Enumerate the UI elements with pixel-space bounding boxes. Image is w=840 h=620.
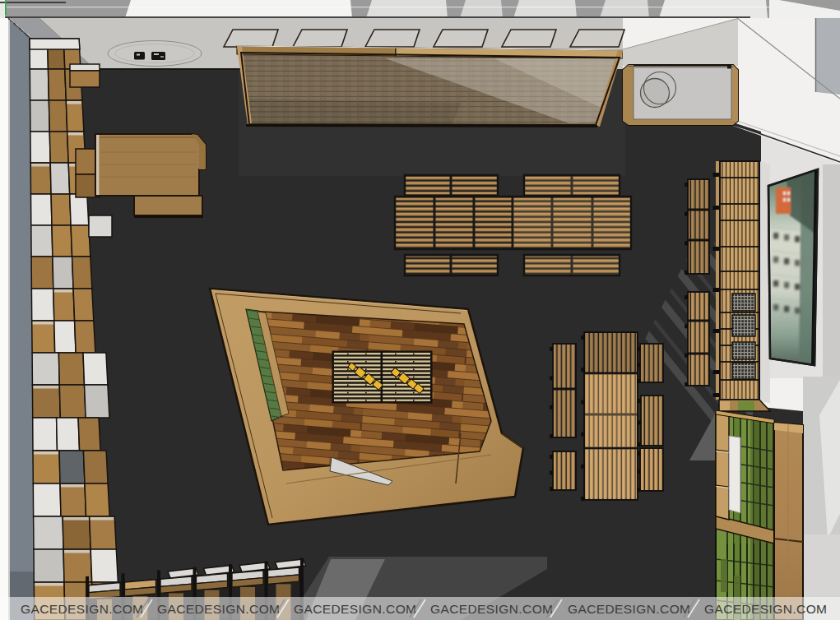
- svg-text:GACEDESIGN.COM: GACEDESIGN.COM: [568, 602, 690, 616]
- svg-text:GACEDESIGN.COM: GACEDESIGN.COM: [21, 602, 143, 616]
- svg-text:GACEDESIGN.COM: GACEDESIGN.COM: [294, 602, 416, 616]
- svg-text:GACEDESIGN.COM: GACEDESIGN.COM: [157, 602, 280, 616]
- svg-text:GACEDESIGN.COM: GACEDESIGN.COM: [704, 602, 827, 616]
- svg-text:GACEDESIGN.COM: GACEDESIGN.COM: [430, 602, 553, 616]
